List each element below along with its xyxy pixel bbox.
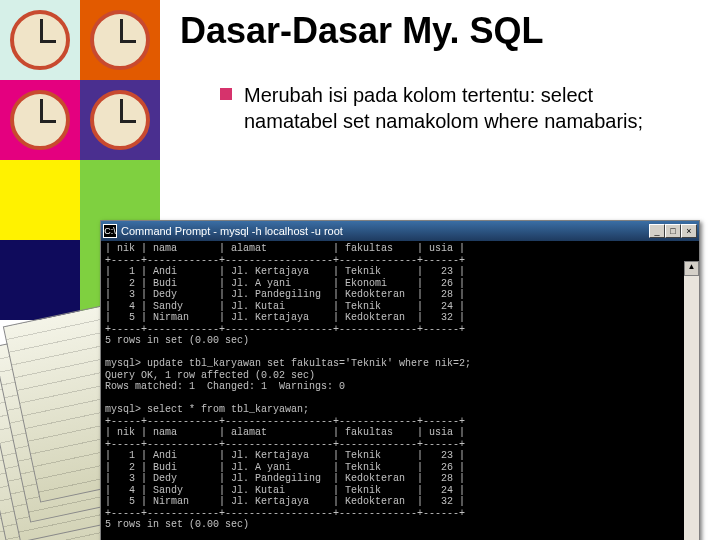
scrollbar[interactable]: ▲ ▼ xyxy=(684,261,699,540)
clock-icon xyxy=(10,90,70,150)
bullet-text: Merubah isi pada kolom tertentu: select … xyxy=(244,82,684,134)
command-prompt-window: C:\ Command Prompt - mysql -h localhost … xyxy=(100,220,700,540)
minimize-button[interactable]: _ xyxy=(649,224,665,238)
window-titlebar[interactable]: C:\ Command Prompt - mysql -h localhost … xyxy=(101,221,699,241)
scroll-track[interactable] xyxy=(684,276,699,540)
slide-title: Dasar-Dasar My. SQL xyxy=(180,10,700,52)
bullet-item: Merubah isi pada kolom tertentu: select … xyxy=(220,82,700,134)
bullet-icon xyxy=(220,88,232,100)
maximize-button[interactable]: □ xyxy=(665,224,681,238)
clock-icon xyxy=(90,90,150,150)
scroll-up-button[interactable]: ▲ xyxy=(684,261,699,276)
clock-icon xyxy=(10,10,70,70)
cmd-icon: C:\ xyxy=(103,224,117,238)
clock-icon xyxy=(90,10,150,70)
window-title: Command Prompt - mysql -h localhost -u r… xyxy=(121,225,649,237)
close-button[interactable]: × xyxy=(681,224,697,238)
terminal-output[interactable]: | nik | nama | alamat | fakultas | usia … xyxy=(101,241,699,540)
